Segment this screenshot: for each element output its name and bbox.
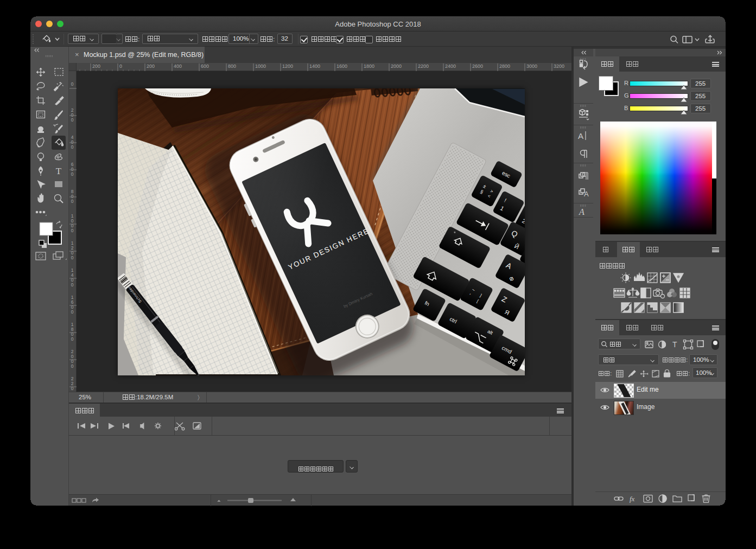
svg-text:A: A — [579, 207, 585, 216]
svg-text:3000: 3000 — [526, 63, 537, 69]
svg-text:2200: 2200 — [418, 63, 429, 69]
svg-text:0: 0 — [71, 171, 74, 177]
svg-text:0: 0 — [71, 363, 74, 369]
svg-text:fx: fx — [630, 495, 635, 503]
svg-text:0: 0 — [71, 117, 74, 123]
svg-text:T: T — [56, 166, 62, 176]
svg-text:1600: 1600 — [336, 63, 347, 69]
svg-text:1400: 1400 — [309, 63, 320, 69]
svg-text:0: 0 — [71, 309, 74, 315]
svg-text:1800: 1800 — [364, 63, 374, 69]
svg-text:200: 200 — [147, 63, 155, 69]
svg-text:800: 800 — [228, 63, 236, 69]
svg-text:0: 0 — [71, 282, 74, 288]
svg-text:1000: 1000 — [255, 63, 266, 69]
svg-text:400: 400 — [174, 63, 182, 69]
svg-text:2600: 2600 — [472, 63, 483, 69]
svg-text:A: A — [584, 190, 589, 198]
svg-text:0: 0 — [71, 199, 74, 204]
svg-text:2400: 2400 — [445, 63, 456, 69]
svg-text:A: A — [578, 131, 583, 141]
svg-text:2800: 2800 — [499, 63, 510, 69]
svg-text:0: 0 — [71, 255, 74, 260]
svg-text:0: 0 — [71, 81, 74, 87]
svg-text:200: 200 — [92, 63, 100, 69]
svg-text:0: 0 — [119, 63, 122, 69]
svg-text:T: T — [672, 340, 677, 349]
svg-text:1200: 1200 — [282, 63, 293, 69]
svg-text:600: 600 — [201, 63, 209, 69]
svg-text:2000: 2000 — [391, 63, 402, 69]
svg-text:0: 0 — [71, 144, 74, 150]
svg-text:3200: 3200 — [554, 63, 564, 69]
svg-text:0: 0 — [71, 336, 74, 342]
svg-text:0: 0 — [71, 228, 74, 233]
